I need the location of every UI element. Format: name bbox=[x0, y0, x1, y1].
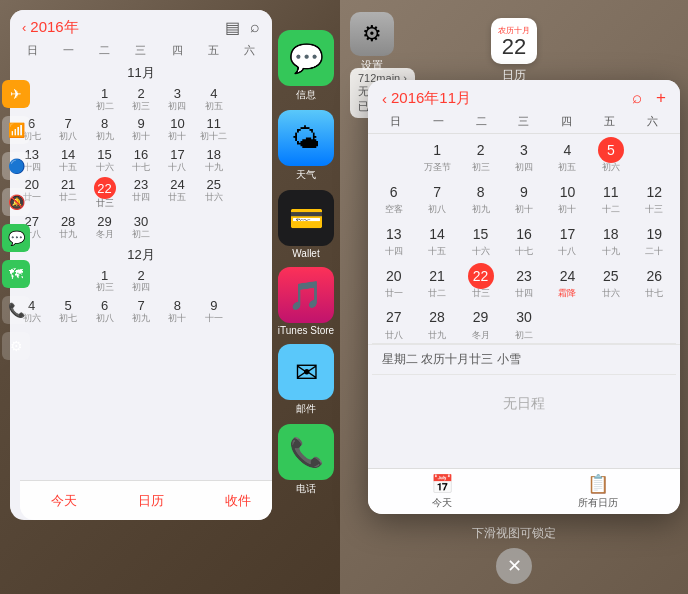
tab-calendar-left[interactable]: 日历 bbox=[138, 492, 164, 510]
table-row[interactable]: 13十四 bbox=[372, 218, 415, 260]
close-button[interactable]: ✕ bbox=[496, 548, 532, 584]
table-row[interactable]: 15十六 bbox=[87, 145, 122, 174]
table-row[interactable]: 24霜降 bbox=[546, 260, 589, 302]
search-icon[interactable]: ⌕ bbox=[250, 18, 260, 37]
table-row[interactable]: 14十五 bbox=[50, 145, 85, 174]
table-row[interactable]: 7初九 bbox=[123, 296, 158, 325]
table-row[interactable]: 27廿八 bbox=[372, 302, 415, 344]
table-row[interactable]: 16十七 bbox=[123, 145, 158, 174]
search-right-icon[interactable]: ⌕ bbox=[632, 88, 642, 108]
table-row[interactable]: 4初五 bbox=[546, 134, 589, 176]
table-row[interactable]: 29冬月 bbox=[459, 302, 502, 344]
table-row[interactable]: 6空客 bbox=[372, 176, 415, 218]
table-row[interactable]: 5初七 bbox=[50, 296, 85, 325]
table-row[interactable]: 8初十 bbox=[160, 296, 195, 325]
wallet-icon[interactable]: 💳 bbox=[278, 190, 334, 246]
table-row[interactable]: 7初八 bbox=[415, 176, 458, 218]
wallet-app-icon[interactable]: 💳 Wallet bbox=[278, 190, 334, 259]
table-row[interactable]: 20廿一 bbox=[372, 260, 415, 302]
weather-app-icon[interactable]: 🌤 天气 bbox=[278, 110, 334, 182]
table-row[interactable]: 7初八 bbox=[50, 114, 85, 143]
table-row[interactable]: 9初十 bbox=[502, 176, 545, 218]
itunes-icon[interactable]: 🎵 bbox=[278, 267, 334, 323]
table-row[interactable]: 11初十二 bbox=[196, 114, 231, 143]
weather-icon[interactable]: 🌤 bbox=[278, 110, 334, 166]
table-row[interactable]: 2初三 bbox=[123, 84, 158, 113]
table-row[interactable]: 26廿七 bbox=[633, 260, 676, 302]
inbox-icon[interactable]: ▤ bbox=[225, 18, 240, 37]
table-row[interactable]: 12十三 bbox=[633, 176, 676, 218]
table-row[interactable]: 23廿四 bbox=[123, 175, 158, 211]
table-row[interactable]: 1初二 bbox=[87, 84, 122, 113]
table-row[interactable]: 15十六 bbox=[459, 218, 502, 260]
table-row[interactable] bbox=[633, 302, 676, 344]
right-date-header: 农历十月 22 日历 bbox=[491, 18, 537, 84]
tab-today-left[interactable]: 今天 bbox=[51, 492, 77, 510]
settings-icon[interactable]: ⚙ bbox=[350, 12, 394, 56]
add-right-icon[interactable]: + bbox=[656, 88, 666, 108]
itunes-app-icon[interactable]: 🎵 iTunes Store bbox=[278, 267, 334, 336]
table-row[interactable]: 30初二 bbox=[502, 302, 545, 344]
table-row[interactable]: 11十二 bbox=[589, 176, 632, 218]
info-text: 星期二 农历十月廿三 小雪 bbox=[382, 352, 521, 366]
table-row[interactable]: 3初四 bbox=[502, 134, 545, 176]
info-bar: 星期二 农历十月廿三 小雪 bbox=[368, 344, 680, 374]
table-row[interactable]: 25廿六 bbox=[196, 175, 231, 211]
table-row[interactable]: 24廿五 bbox=[160, 175, 195, 211]
table-row[interactable]: 10初十 bbox=[546, 176, 589, 218]
table-row[interactable]: 10初十 bbox=[160, 114, 195, 143]
table-row[interactable] bbox=[372, 134, 415, 176]
table-row[interactable] bbox=[589, 302, 632, 344]
mail-icon[interactable]: ✉ bbox=[278, 344, 334, 400]
table-row[interactable]: 3初四 bbox=[160, 84, 195, 113]
weather-label: 天气 bbox=[296, 168, 316, 182]
cal-header-right: ‹ 2016年11月 ⌕ + bbox=[368, 80, 680, 112]
today-cell-left[interactable]: 22廿三 bbox=[87, 175, 122, 211]
phone-icon[interactable]: 📞 bbox=[278, 424, 334, 480]
table-row[interactable]: 21廿二 bbox=[415, 260, 458, 302]
cal-icons-right: ▤ ⌕ bbox=[225, 18, 260, 37]
table-row[interactable]: 6初八 bbox=[87, 296, 122, 325]
table-row[interactable]: 21廿二 bbox=[50, 175, 85, 211]
table-row[interactable]: 18十九 bbox=[196, 145, 231, 174]
tab-all-calendars-right[interactable]: 📋 所有日历 bbox=[578, 473, 618, 510]
table-row[interactable]: 8初九 bbox=[87, 114, 122, 143]
messages-icon[interactable]: 💬 bbox=[278, 30, 334, 86]
table-row[interactable]: 1初三 bbox=[87, 266, 122, 295]
table-row[interactable]: 19二十 bbox=[633, 218, 676, 260]
table-row[interactable]: 2初三 bbox=[459, 134, 502, 176]
today-cell-right[interactable]: 22廿三 bbox=[459, 260, 502, 302]
tab-inbox-left[interactable]: 收件 bbox=[225, 492, 251, 510]
table-row[interactable]: 29冬月 bbox=[87, 212, 122, 241]
tab-today-right[interactable]: 📅 今天 bbox=[431, 473, 453, 510]
table-row[interactable]: 8初九 bbox=[459, 176, 502, 218]
table-row[interactable]: 23廿四 bbox=[502, 260, 545, 302]
messages-label: 信息 bbox=[296, 88, 316, 102]
mail-app-icon[interactable]: ✉ 邮件 bbox=[278, 344, 334, 416]
table-row[interactable]: 4初五 bbox=[196, 84, 231, 113]
table-row[interactable]: 14十五 bbox=[415, 218, 458, 260]
table-row[interactable]: 17十八 bbox=[546, 218, 589, 260]
table-row[interactable] bbox=[633, 134, 676, 176]
table-row[interactable]: 28廿九 bbox=[50, 212, 85, 241]
table-row[interactable] bbox=[546, 302, 589, 344]
table-row[interactable]: 25廿六 bbox=[589, 260, 632, 302]
table-row[interactable]: 1万圣节 bbox=[415, 134, 458, 176]
table-row[interactable]: 17十八 bbox=[160, 145, 195, 174]
date-circle: 农历十月 22 bbox=[491, 18, 537, 64]
table-row[interactable]: 9十一 bbox=[196, 296, 231, 325]
settings-app-icon[interactable]: ⚙ 设置 bbox=[350, 12, 394, 73]
chevron-left-right-icon[interactable]: ‹ bbox=[382, 90, 387, 107]
table-row[interactable]: 9初十 bbox=[123, 114, 158, 143]
table-row[interactable]: 18十九 bbox=[589, 218, 632, 260]
phone-app-icon[interactable]: 📞 电话 bbox=[278, 424, 334, 496]
table-row[interactable]: 2初四 bbox=[123, 266, 158, 295]
cal-year-title-right[interactable]: ‹ 2016年11月 bbox=[382, 89, 471, 108]
cal-grid-nov-left: 1初二 2初三 3初四 4初五 6初七 7初八 8初九 9初十 10初十 11初… bbox=[10, 84, 272, 242]
table-row[interactable]: 5初六 bbox=[589, 134, 632, 176]
table-row[interactable]: 16十七 bbox=[502, 218, 545, 260]
all-cal-tab-icon: 📋 bbox=[587, 473, 609, 495]
table-row[interactable]: 28廿九 bbox=[415, 302, 458, 344]
table-row[interactable]: 30初二 bbox=[123, 212, 158, 241]
messages-app-icon[interactable]: 💬 信息 bbox=[278, 30, 334, 102]
